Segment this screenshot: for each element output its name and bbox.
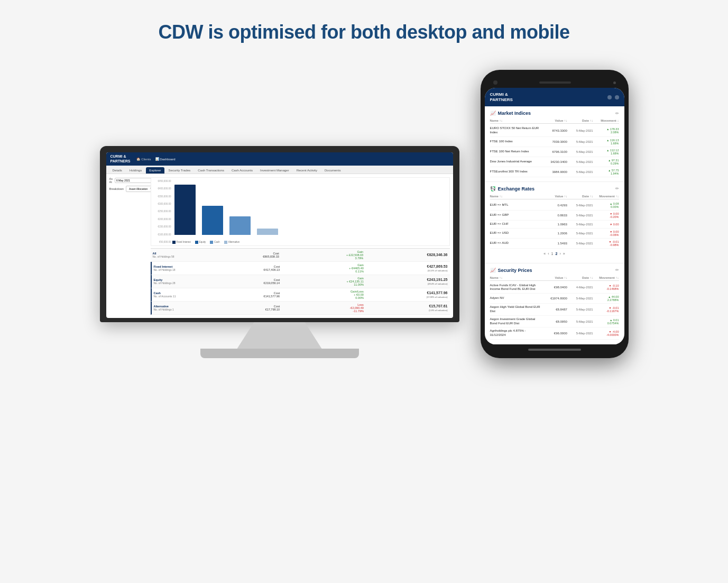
tab-documents[interactable]: Documents bbox=[321, 167, 344, 174]
exchange-rates-title: 💱 Exchange Rates bbox=[490, 186, 535, 192]
index-row-4: Dow Jones Industrial Average 34230.3400 … bbox=[490, 157, 619, 167]
chart-y-labels: €450,000.00 €400,000.00 €350,000.00 €300… bbox=[151, 178, 171, 245]
filter-row-breakdown: Breakdown Asset Allocation bbox=[109, 186, 146, 192]
desktop-tabs: Details Holdings Explorer Security Trade… bbox=[106, 166, 453, 174]
breakdown-label: Breakdown bbox=[109, 187, 124, 190]
market-indices-edit[interactable]: ✏ bbox=[615, 111, 619, 116]
legend-fixed: Fixed Interest bbox=[172, 241, 191, 244]
tab-recent-activity[interactable]: Recent Activity bbox=[293, 167, 320, 174]
monitor-frame: CURMI & PARTNERS 🏠 Clients 📊 Dashboard D… bbox=[100, 146, 459, 322]
table-row-fixed: Fixed Interest No. of Holdings 18 Cost€4… bbox=[151, 262, 450, 275]
legend-dot-cash bbox=[210, 241, 213, 244]
chart-legend: Fixed Interest Equity Cash bbox=[172, 241, 240, 244]
tab-details[interactable]: Details bbox=[109, 167, 125, 174]
as-at-label: As At bbox=[109, 177, 113, 184]
exchange-rates-section: 💱 Exchange Rates ✏ Name ↑↓ Value ↑↓ Date… bbox=[485, 182, 624, 263]
monitor-stand bbox=[237, 322, 322, 349]
mobile-topbar: CURMI & PARTNERS bbox=[485, 88, 624, 106]
bar-alternative bbox=[257, 229, 278, 235]
desktop-main: €450,000.00 €400,000.00 €350,000.00 €300… bbox=[151, 177, 450, 315]
phone-dot bbox=[613, 81, 616, 84]
tab-investment-manager[interactable]: Investment Manager bbox=[257, 167, 292, 174]
security-row-5: Agriholdings plc 4.875% - 31/12/2024 €96… bbox=[490, 327, 619, 340]
tab-explorer[interactable]: Explorer bbox=[146, 167, 164, 174]
fx-row-4: EUR => USD 1.2006 5-May-2021 0.00 -0.06% bbox=[490, 229, 619, 239]
exchange-rates-header: 💱 Exchange Rates ✏ bbox=[490, 186, 619, 192]
security-prices-section: 📈 Security Prices ✏ Name ↑↓ Value ↑↓ Dat… bbox=[485, 263, 624, 344]
market-indices-header: 📈 Market Indices ✏ bbox=[490, 111, 619, 116]
legend-dot-alt bbox=[224, 241, 227, 244]
portfolio-table: All No. of Holdings 58 Cost€865,838.33 G… bbox=[151, 248, 450, 315]
table-row-equity: Equity No. of Holdings 28 Cost€219,056.1… bbox=[151, 275, 450, 288]
security-row-4: Aegon Investment Grade Global Bond Fund … bbox=[490, 316, 619, 328]
filter-row-as-at: As At bbox=[109, 177, 146, 184]
table-row-cash: Cash No. of Accounts 11 Cost€141,577.96 … bbox=[151, 288, 450, 302]
mobile-phone: CURMI & PARTNERS 📈 Mar bbox=[481, 70, 629, 358]
phone-camera bbox=[493, 80, 497, 85]
index-row-2: FTSE 100 Index 7039.3000 5-May-2021 116.… bbox=[490, 137, 619, 147]
desktop-app: CURMI & PARTNERS 🏠 Clients 📊 Dashboard D… bbox=[106, 152, 453, 318]
desktop-nav: 🏠 Clients 📊 Dashboard bbox=[136, 157, 175, 161]
legend-cash: Cash bbox=[210, 241, 220, 244]
mobile-icon-1[interactable] bbox=[607, 95, 612, 99]
desktop-sidebar: As At Breakdown Asset Allocation bbox=[109, 177, 146, 315]
chart-area: €450,000.00 €400,000.00 €350,000.00 €300… bbox=[151, 177, 450, 246]
bar-cash bbox=[229, 216, 251, 235]
security-prices-title: 📈 Security Prices bbox=[490, 268, 532, 273]
monitor-base bbox=[200, 349, 359, 358]
bar-equity bbox=[202, 206, 223, 235]
desktop-topbar: CURMI & PARTNERS 🏠 Clients 📊 Dashboard bbox=[106, 152, 453, 166]
index-row-1: EURO STOXX 50 Net Return EUR Index 8743.… bbox=[490, 125, 619, 137]
legend-equity: Equity bbox=[195, 241, 206, 244]
tab-holdings[interactable]: Holdings bbox=[126, 167, 145, 174]
monitor-screen: CURMI & PARTNERS 🏠 Clients 📊 Dashboard D… bbox=[106, 152, 453, 318]
pagination: « ‹ 1 2 › » bbox=[490, 249, 619, 259]
desktop-logo: CURMI & PARTNERS bbox=[110, 154, 131, 163]
mobile-topbar-icons bbox=[607, 95, 619, 99]
phone-screen: CURMI & PARTNERS 📈 Mar bbox=[485, 88, 624, 344]
exchange-rates-edit[interactable]: ✏ bbox=[615, 186, 619, 191]
page-title: CDW is optimised for both desktop and mo… bbox=[158, 21, 569, 43]
desktop-monitor: CURMI & PARTNERS 🏠 Clients 📊 Dashboard D… bbox=[100, 146, 459, 358]
phone-home-indicator[interactable] bbox=[528, 349, 581, 351]
fx-row-3: EUR => CHF 1.0963 5-May-2021 0.00 bbox=[490, 221, 619, 229]
mobile-app: CURMI & PARTNERS 📈 Mar bbox=[485, 88, 624, 344]
legend-dot-fixed bbox=[172, 241, 176, 244]
security-prices-header: 📈 Security Prices ✏ bbox=[490, 268, 619, 273]
legend-dot-equity bbox=[195, 241, 198, 244]
devices-container: CURMI & PARTNERS 🏠 Clients 📊 Dashboard D… bbox=[47, 70, 681, 358]
fx-row-5: EUR => AUD 1.5493 5-May-2021 -0.01 -0.98… bbox=[490, 239, 619, 249]
tab-cash-transactions[interactable]: Cash Transactions bbox=[195, 167, 227, 174]
security-row-1: Active Funds ICAV - Global High Income B… bbox=[490, 282, 619, 294]
security-table-header: Name ↑↓ Value ↑↓ Date ↑↓ Movement ↑↓ bbox=[490, 276, 619, 281]
index-row-3: FTSE 100 Net Return Index 6796.3100 5-Ma… bbox=[490, 147, 619, 157]
table-row-all: All No. of Holdings 58 Cost€865,838.33 G… bbox=[151, 249, 450, 262]
phone-frame: CURMI & PARTNERS 📈 Mar bbox=[481, 70, 629, 358]
chart-bars bbox=[174, 180, 447, 243]
tab-security-trades[interactable]: Security Trades bbox=[165, 167, 194, 174]
security-row-2: Adyen NV €1974.8000 5-May-2021 44.00 2.2… bbox=[490, 294, 619, 304]
mobile-icon-2[interactable] bbox=[615, 95, 619, 99]
desktop-content: As At Breakdown Asset Allocation bbox=[106, 174, 453, 318]
fx-row-2: EUR => GBP 0.8633 5-May-2021 0.00 -0.20% bbox=[490, 211, 619, 221]
security-prices-edit[interactable]: ✏ bbox=[615, 268, 619, 272]
nav-dashboard[interactable]: 📊 Dashboard bbox=[155, 157, 176, 161]
tab-cash-accounts[interactable]: Cash Accounts bbox=[228, 167, 256, 174]
nav-clients[interactable]: 🏠 Clients bbox=[136, 157, 151, 161]
mobile-logo: CURMI & PARTNERS bbox=[490, 92, 513, 102]
market-indices-section: 📈 Market Indices ✏ Name ↑↓ Value ↑↓ Date… bbox=[485, 106, 624, 182]
fx-row-1: EUR => MTL 0.4293 5-May-2021 0.08 0.00% bbox=[490, 201, 619, 211]
phone-speaker bbox=[539, 81, 571, 84]
index-row-5: FTSEurofirst 300 TR Index 3984.9000 5-Ma… bbox=[490, 167, 619, 177]
bar-fixed-interest bbox=[174, 185, 196, 235]
security-row-3: Aegon High Yield Global Bond EUR Dist €8… bbox=[490, 304, 619, 316]
phone-notch bbox=[485, 77, 624, 88]
market-indices-table-header: Name ↑↓ Value ↑↓ Date ↑↓ Movement ↓ bbox=[490, 119, 619, 124]
market-indices-title: 📈 Market Indices bbox=[490, 111, 531, 116]
legend-alt: Alternative bbox=[224, 241, 239, 244]
exchange-table-header: Name ↑↓ Value ↑↓ Date ↑↓ Movement ↑↓ bbox=[490, 195, 619, 199]
as-at-input[interactable] bbox=[115, 178, 151, 183]
table-row-alt: Alternative No. of Holdings 1 Cost€17,79… bbox=[151, 302, 450, 315]
